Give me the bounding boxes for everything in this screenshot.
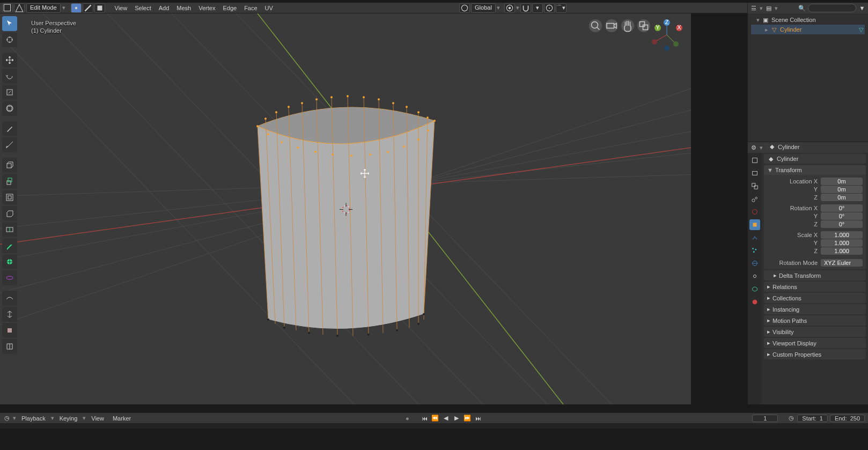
tool-move[interactable] bbox=[2, 53, 17, 68]
play-rev-icon[interactable]: ◀ bbox=[441, 414, 451, 423]
tool-bevel[interactable] bbox=[2, 206, 17, 221]
outliner-row-scene[interactable]: ▾ ▣ Scene Collection bbox=[751, 15, 865, 25]
menu-mesh[interactable]: Mesh bbox=[173, 4, 194, 12]
scale-z-field[interactable]: 1.000 bbox=[821, 247, 863, 255]
proportional-toggle[interactable] bbox=[544, 3, 555, 13]
display-filter-icon[interactable]: ▤ bbox=[765, 4, 773, 12]
tab-output[interactable] bbox=[749, 168, 760, 179]
outliner-row-cylinder[interactable]: ▸ ▽ Cylinder ▽ bbox=[751, 25, 865, 34]
location-y-field[interactable]: 0m bbox=[821, 186, 863, 193]
panel-motion-paths[interactable]: ▸Motion Paths bbox=[764, 315, 866, 326]
rotation-z-field[interactable]: 0° bbox=[821, 220, 863, 228]
tool-annotate[interactable] bbox=[2, 121, 17, 136]
search-icon[interactable]: 🔍 bbox=[798, 4, 806, 12]
pivot-icon[interactable] bbox=[504, 3, 515, 13]
tool-smooth[interactable] bbox=[2, 291, 17, 306]
menu-view[interactable]: View bbox=[112, 4, 131, 12]
outliner-type-icon[interactable]: ☰ bbox=[750, 4, 757, 12]
scale-y-field[interactable]: 1.000 bbox=[821, 239, 863, 247]
tool-select-box[interactable] bbox=[2, 16, 17, 31]
panel-custom-properties[interactable]: ▸Custom Properties bbox=[764, 349, 866, 359]
select-mode-vertex[interactable] bbox=[71, 3, 82, 13]
snap-type[interactable]: ▾ bbox=[532, 3, 543, 13]
end-frame-field[interactable]: End: 250 bbox=[830, 415, 865, 422]
tab-viewlayer[interactable] bbox=[749, 181, 760, 191]
pan-icon[interactable] bbox=[621, 19, 634, 32]
tab-world[interactable] bbox=[749, 206, 760, 217]
start-frame-field[interactable]: Start: 1 bbox=[797, 415, 828, 422]
tool-extrude[interactable] bbox=[2, 174, 17, 189]
tool-knife[interactable] bbox=[2, 238, 17, 253]
editor-type-icon[interactable] bbox=[2, 3, 13, 13]
tab-material[interactable] bbox=[749, 297, 760, 307]
panel-collections[interactable]: ▸Collections bbox=[764, 293, 866, 303]
auto-key-icon[interactable]: ● bbox=[403, 415, 411, 422]
tab-physics[interactable] bbox=[749, 258, 760, 269]
tool-inset[interactable] bbox=[2, 190, 17, 205]
tool-edge-slide[interactable] bbox=[2, 307, 17, 322]
timeline-view[interactable]: View bbox=[88, 414, 107, 423]
tool-spin[interactable] bbox=[2, 270, 17, 285]
tab-data[interactable] bbox=[749, 284, 760, 294]
timeline-track[interactable] bbox=[0, 423, 868, 429]
tab-render[interactable] bbox=[749, 155, 760, 166]
mode-select[interactable]: Edit Mode bbox=[26, 3, 61, 13]
key-next-icon[interactable]: ⏩ bbox=[462, 414, 472, 423]
timeline-type-icon[interactable]: ◷ bbox=[3, 415, 11, 422]
panel-visibility[interactable]: ▸Visibility bbox=[764, 327, 866, 337]
panel-relations[interactable]: ▸Relations bbox=[764, 282, 866, 292]
camera-icon[interactable] bbox=[605, 19, 618, 32]
tab-particles[interactable] bbox=[749, 245, 760, 256]
breadcrumb[interactable]: ◆ Cylinder bbox=[765, 142, 803, 152]
axis-gizmo[interactable]: X Y Z bbox=[648, 16, 686, 54]
panel-viewport-display[interactable]: ▸Viewport Display bbox=[764, 338, 866, 348]
location-z-field[interactable]: 0m bbox=[821, 194, 863, 201]
play-icon[interactable]: ▶ bbox=[452, 414, 461, 423]
timeline-playback[interactable]: Playback bbox=[18, 414, 49, 423]
tool-scale[interactable] bbox=[2, 85, 17, 100]
proportional-type[interactable]: ⌒▾ bbox=[556, 3, 567, 13]
menu-face[interactable]: Face bbox=[241, 4, 260, 12]
jump-start-icon[interactable]: ⏮ bbox=[420, 414, 429, 423]
select-mode-face[interactable] bbox=[94, 3, 105, 13]
menu-add[interactable]: Add bbox=[156, 4, 173, 12]
tool-rotate[interactable] bbox=[2, 69, 17, 84]
clock-icon[interactable]: ◷ bbox=[788, 415, 795, 422]
timeline-keying[interactable]: Keying bbox=[56, 414, 81, 423]
panel-delta-transform[interactable]: ▸Delta Transform bbox=[764, 270, 866, 281]
menu-edge[interactable]: Edge bbox=[219, 4, 240, 12]
zoom-icon[interactable] bbox=[589, 19, 602, 32]
scale-x-field[interactable]: 1.000 bbox=[821, 231, 863, 239]
tool-polybuild[interactable] bbox=[2, 254, 17, 269]
orientation-icon[interactable] bbox=[459, 3, 470, 13]
snap-toggle[interactable] bbox=[520, 3, 531, 13]
tab-object[interactable] bbox=[749, 219, 760, 230]
tool-loopcut[interactable] bbox=[2, 222, 17, 237]
tab-modifier[interactable] bbox=[749, 232, 760, 243]
key-prev-icon[interactable]: ⏪ bbox=[430, 414, 440, 423]
rotation-x-field[interactable]: 0° bbox=[821, 204, 863, 212]
menu-vertex[interactable]: Vertex bbox=[195, 4, 218, 12]
panel-instancing[interactable]: ▸Instancing bbox=[764, 304, 866, 314]
menu-select[interactable]: Select bbox=[131, 4, 155, 12]
filter-icon[interactable]: ▼ bbox=[858, 4, 866, 12]
rotation-mode-select[interactable]: XYZ Euler bbox=[821, 259, 863, 267]
tool-rip[interactable] bbox=[2, 339, 17, 354]
tool-cursor[interactable] bbox=[2, 32, 17, 47]
rotation-y-field[interactable]: 0° bbox=[821, 212, 863, 220]
jump-end-icon[interactable]: ⏭ bbox=[473, 414, 483, 423]
tab-scene[interactable] bbox=[749, 194, 760, 204]
data-breadcrumb[interactable]: ◆ Cylinder bbox=[764, 154, 866, 164]
tab-constraints[interactable] bbox=[749, 271, 760, 282]
tool-shrink[interactable] bbox=[2, 323, 17, 338]
props-type-icon[interactable]: ⚙ bbox=[750, 144, 757, 151]
timeline-marker[interactable]: Marker bbox=[109, 414, 134, 423]
tool-add-cube[interactable] bbox=[2, 158, 17, 173]
menu-uv[interactable]: UV bbox=[262, 4, 276, 12]
orientation-select[interactable]: Global bbox=[471, 3, 496, 13]
viewport-3d[interactable] bbox=[0, 13, 691, 404]
tool-transform[interactable] bbox=[2, 101, 17, 116]
current-frame-field[interactable]: 1 bbox=[752, 415, 778, 422]
tool-measure[interactable] bbox=[2, 137, 17, 152]
select-mode-edge[interactable] bbox=[83, 3, 93, 13]
